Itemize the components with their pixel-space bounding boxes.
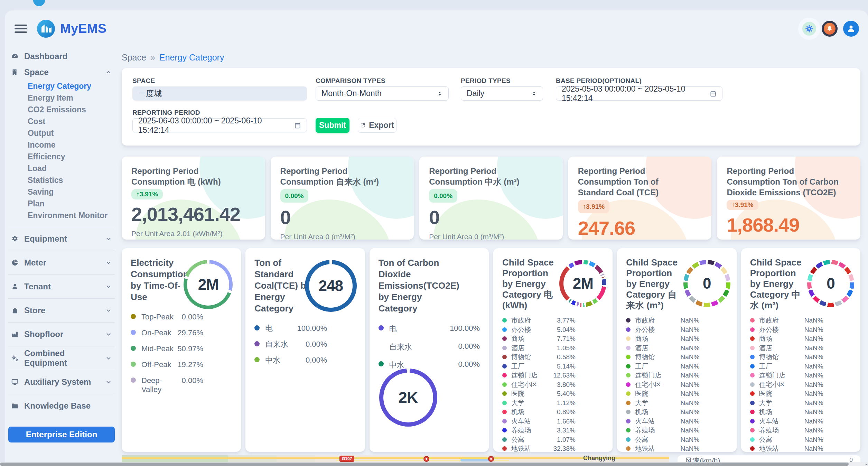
legend-item[interactable]: 住宅小区3.80% — [502, 381, 576, 389]
legend-item[interactable]: 大学1.12% — [502, 400, 576, 407]
settings-gear-icon[interactable] — [802, 22, 816, 36]
enterprise-edition-button[interactable]: Enterprise Edition — [8, 427, 115, 442]
legend-item[interactable]: 养殖场3.31% — [502, 427, 576, 434]
export-button[interactable]: Export — [358, 118, 396, 133]
legend-item[interactable]: 自来水0.00% — [254, 340, 327, 349]
legend-item[interactable]: 工厂5.14% — [502, 363, 576, 370]
legend-item[interactable]: On-Peak29.76% — [131, 328, 203, 337]
legend-item[interactable]: 自来水0.00% — [379, 342, 480, 352]
legend-item[interactable]: 办公楼NaN% — [750, 326, 823, 334]
submit-button[interactable]: Submit — [316, 118, 349, 133]
legend-item[interactable]: Top-Peak0.00% — [131, 313, 203, 321]
sidebar-item-tenant[interactable]: Tenant — [8, 274, 115, 298]
sidebar-item-knowledge-base[interactable]: Knowledge Base — [8, 394, 115, 418]
base-period-input[interactable]: 2025-05-03 00:00:00 ~ 2025-05-10 15:42:1… — [556, 86, 722, 101]
legend-item[interactable]: 酒店1.05% — [502, 345, 576, 352]
legend-item[interactable]: 商场NaN% — [750, 335, 823, 343]
breadcrumb-current[interactable]: Energy Category — [159, 53, 224, 63]
legend-item[interactable]: 公寓NaN% — [626, 436, 699, 444]
legend-item[interactable]: 住宅小区NaN% — [750, 381, 823, 389]
legend-item[interactable]: 大学NaN% — [626, 400, 699, 407]
legend-item[interactable]: 电100.00% — [254, 324, 327, 333]
legend-item[interactable]: Mid-Peak50.97% — [131, 344, 203, 353]
sidebar-item-auxiliary-system[interactable]: Auxiliary System — [8, 370, 115, 394]
legend-item[interactable]: 市政府NaN% — [750, 317, 823, 324]
legend-item[interactable]: 酒店NaN% — [750, 345, 823, 352]
donut-chart[interactable]: 0 — [807, 260, 854, 307]
scrollbar-right-arrow[interactable]: ▸ — [866, 462, 867, 466]
notifications-bell-icon[interactable] — [822, 21, 838, 37]
legend-item[interactable]: 博物馆NaN% — [626, 354, 699, 361]
map[interactable]: G107 Changying — [122, 455, 669, 463]
comparison-types-select[interactable]: Month-On-Month — [316, 86, 449, 101]
legend-item[interactable]: 连锁门店NaN% — [626, 372, 699, 379]
sidebar-subitem-saving[interactable]: Saving — [28, 186, 115, 198]
sidebar-item-meter[interactable]: Meter — [8, 251, 115, 274]
legend-item[interactable]: 火车站NaN% — [626, 418, 699, 425]
sidebar-subitem-statistics[interactable]: Statistics — [28, 174, 115, 186]
legend-item[interactable]: 机场NaN% — [750, 409, 823, 416]
map-pin-icon[interactable] — [488, 456, 494, 462]
brand-logo[interactable]: MyEMS — [37, 19, 106, 38]
legend-item[interactable]: Deep-Valley0.00% — [131, 376, 203, 394]
legend-item[interactable]: 市政府3.77% — [502, 317, 576, 324]
legend-item[interactable]: 医院NaN% — [626, 390, 699, 398]
hamburger-menu-icon[interactable] — [15, 22, 27, 35]
legend-item[interactable]: 连锁门店NaN% — [750, 372, 823, 379]
legend-item[interactable]: 机场NaN% — [626, 409, 699, 416]
legend-item[interactable]: 养殖场NaN% — [626, 427, 699, 434]
sidebar-subitem-cost[interactable]: Cost — [28, 115, 115, 127]
legend-item[interactable]: 地铁站32.38% — [502, 445, 576, 452]
sidebar-item-equipment[interactable]: Equipment — [8, 227, 115, 251]
donut-chart[interactable]: 0 — [683, 260, 730, 307]
legend-item[interactable]: 电100.00% — [379, 324, 480, 334]
sidebar-subitem-co2-emissions[interactable]: CO2 Emissions — [28, 104, 115, 115]
space-input[interactable]: 一度城 — [132, 86, 307, 101]
sidebar-subitem-environment-monitor[interactable]: Environment Monitor — [28, 209, 115, 221]
legend-item[interactable]: 中水0.00% — [254, 356, 327, 365]
legend-item[interactable]: 连锁门店12.63% — [502, 372, 576, 379]
sidebar-subitem-load[interactable]: Load — [28, 162, 115, 174]
donut-chart[interactable]: 248 — [305, 260, 357, 312]
legend-item[interactable]: 医院NaN% — [750, 390, 823, 398]
sidebar-subitem-plan[interactable]: Plan — [28, 198, 115, 209]
sidebar-subitem-income[interactable]: Income — [28, 139, 115, 151]
legend-item[interactable]: 工厂NaN% — [626, 363, 699, 370]
legend-item[interactable]: 商场NaN% — [626, 335, 699, 343]
legend-item[interactable]: Off-Peak19.27% — [131, 360, 203, 369]
legend-item[interactable]: 酒店NaN% — [626, 345, 699, 352]
sidebar-item-store[interactable]: Store — [8, 298, 115, 322]
sidebar-subitem-energy-category[interactable]: Energy Category — [28, 80, 115, 92]
legend-item[interactable]: 火车站1.66% — [502, 418, 576, 425]
donut-chart[interactable]: 2M — [559, 260, 606, 307]
donut-chart[interactable]: 2K — [379, 369, 437, 427]
map-pin-icon[interactable] — [423, 456, 429, 462]
legend-item[interactable]: 医院5.40% — [502, 390, 576, 398]
legend-item[interactable]: 住宅小区NaN% — [626, 381, 699, 389]
donut-chart[interactable]: 2M — [184, 260, 233, 309]
sidebar-subitem-efficiency[interactable]: Efficiency — [28, 151, 115, 162]
legend-item[interactable]: 机场0.89% — [502, 409, 576, 416]
scrollbar-thumb[interactable] — [0, 463, 849, 466]
legend-item[interactable]: 养殖场NaN% — [750, 427, 823, 434]
legend-item[interactable]: 公寓1.07% — [502, 436, 576, 444]
legend-item[interactable]: 博物馆0.58% — [502, 354, 576, 361]
legend-item[interactable]: 办公楼NaN% — [626, 326, 699, 334]
legend-item[interactable]: 公寓NaN% — [750, 436, 823, 444]
sidebar-subitem-output[interactable]: Output — [28, 127, 115, 139]
user-avatar[interactable] — [843, 21, 859, 37]
period-types-select[interactable]: Daily — [461, 86, 543, 101]
reporting-period-input[interactable]: 2025-06-03 00:00:00 ~ 2025-06-10 15:42:1… — [132, 118, 307, 132]
sidebar-subitem-energy-item[interactable]: Energy Item — [28, 92, 115, 104]
legend-item[interactable]: 火车站NaN% — [750, 418, 823, 425]
legend-item[interactable]: 地铁站NaN% — [626, 445, 699, 452]
legend-item[interactable]: 办公楼5.04% — [502, 326, 576, 334]
legend-item[interactable]: 大学NaN% — [750, 400, 823, 407]
legend-item[interactable]: 市政府NaN% — [626, 317, 699, 324]
sidebar-item-combined-equipment[interactable]: Combined Equipment — [8, 346, 115, 370]
legend-item[interactable]: 商场7.71% — [502, 335, 576, 343]
sidebar-item-space[interactable]: Space — [8, 64, 115, 80]
horizontal-scrollbar[interactable]: ▸ — [0, 462, 868, 466]
legend-item[interactable]: 地铁站NaN% — [750, 445, 823, 452]
legend-item[interactable]: 工厂NaN% — [750, 363, 823, 370]
